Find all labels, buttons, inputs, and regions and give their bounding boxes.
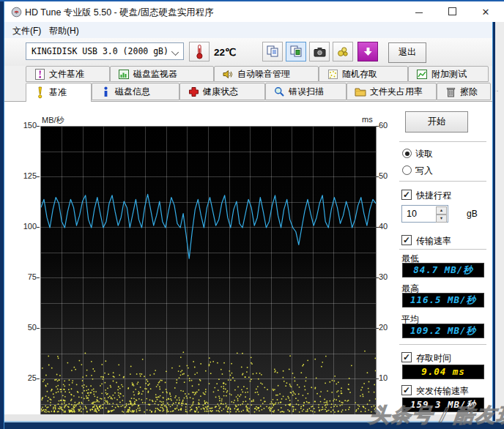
burst-rate-checkbox[interactable] [401, 385, 412, 395]
right-axis-unit: ms [362, 115, 373, 124]
tab-extra-tests[interactable]: 附加测试 [408, 66, 489, 82]
tab-erase[interactable]: 擦除 [437, 83, 491, 100]
tab-disk-monitor[interactable]: 磁盘监视器 [110, 66, 214, 82]
left-axis-unit: MB/秒 [42, 115, 64, 126]
transfer-rate-label: 传输速率 [416, 235, 451, 247]
right-axis-tick-mark [376, 378, 379, 379]
exit-button[interactable]: 退出 [388, 42, 426, 63]
right-axis-tick-mark [376, 328, 379, 329]
short-stroke-input[interactable] [402, 206, 437, 222]
screenshot-button[interactable] [309, 42, 330, 61]
close-icon: ✕ [482, 7, 490, 18]
magnifier-icon [273, 86, 285, 97]
right-axis-tick-label: 40 [379, 222, 398, 231]
left-axis-tick-label: 125 [18, 171, 37, 180]
right-axis-tick-label: 50 [379, 171, 398, 180]
info-icon [100, 86, 111, 97]
hand-icon [337, 46, 349, 58]
burst-rate-label: 突发传输速率 [416, 385, 469, 398]
radio-write-label: 写入 [415, 165, 433, 177]
divider [399, 249, 486, 250]
min-value-display: 84.7 MB/秒 [402, 263, 484, 277]
tab-strip: 文件基准 磁盘监视器 自动噪音管理 随机存取 附加测试 基准 磁盘信息 健康 [4, 66, 492, 101]
tab-folder-usage[interactable]: 文件夹占用率 [346, 83, 437, 100]
extra-tests-icon [416, 70, 428, 79]
copy-text-button[interactable] [262, 42, 283, 61]
short-stroke-checkbox[interactable] [401, 190, 412, 200]
copy-image-button[interactable] [286, 42, 306, 61]
close-button[interactable]: ✕ [475, 4, 497, 20]
tab-disk-info[interactable]: 磁盘信息 [92, 83, 179, 100]
left-axis-tick-label: 75 [18, 272, 37, 281]
update-button[interactable] [357, 42, 378, 61]
health-cross-icon [188, 86, 199, 97]
short-stroke-label: 快捷行程 [416, 190, 451, 202]
tab-random-access[interactable]: 随机存取 [319, 66, 408, 82]
window-title: HD Tune 专业版 5.50 - 硬盘/固态硬盘实用程序 [25, 7, 214, 19]
right-axis-tick-mark [376, 227, 379, 228]
donate-button[interactable] [333, 42, 353, 61]
right-axis-tick-label: 20 [379, 323, 398, 332]
right-axis-tick-mark [376, 126, 379, 127]
temperature-value: 22℃ [214, 46, 236, 58]
benchmark-icon [34, 86, 45, 99]
copy-image-icon [290, 45, 303, 58]
minimize-icon [415, 12, 423, 13]
tab-benchmark[interactable]: 基准 [26, 83, 92, 102]
thermometer-icon [196, 44, 204, 59]
speaker-icon [222, 70, 234, 79]
left-axis-tick-label: 100 [18, 222, 37, 231]
minimize-button[interactable] [408, 4, 430, 20]
trash-icon [445, 86, 456, 97]
menu-file[interactable]: 文件(F) [10, 24, 44, 38]
radio-read[interactable] [402, 149, 412, 158]
right-axis-tick-mark [376, 176, 379, 177]
left-axis-tick-label: 150 [18, 121, 37, 130]
short-stroke-spinner[interactable]: ▲ ▼ [401, 205, 448, 223]
right-axis-tick-mark [376, 277, 379, 278]
start-button[interactable]: 开始 [405, 111, 468, 133]
access-time-checkbox[interactable] [401, 352, 412, 362]
window-left-border [0, 1, 4, 429]
toolbar: KINGIDISK USB 3.0 (2000 gB) 22℃ 退出 [4, 38, 492, 67]
radio-write[interactable] [402, 165, 412, 175]
spin-down-icon[interactable]: ▼ [436, 214, 447, 223]
left-axis-tick-mark [37, 227, 40, 228]
camera-icon [314, 47, 326, 57]
watermark: 头条号 / 酷友玩 [368, 402, 504, 428]
radio-read-label: 读取 [415, 148, 433, 160]
left-axis-tick-mark [37, 126, 40, 127]
max-value-display: 116.5 MB/秒 [402, 293, 484, 307]
background-window-sliver: … [495, 22, 504, 421]
divider [399, 181, 486, 182]
app-icon [11, 7, 22, 20]
hdtune-window: HD Tune 专业版 5.50 - 硬盘/固态硬盘实用程序 ✕ 文件(F) 帮… [0, 0, 504, 429]
file-benchmark-icon [34, 69, 45, 80]
chevron-down-icon [171, 48, 179, 56]
access-time-display: 9.04 ms [402, 365, 484, 379]
right-axis-tick-label: 60 [379, 121, 398, 130]
right-axis-tick-label: 30 [379, 272, 398, 281]
chart-canvas [41, 127, 376, 415]
menu-bar: 文件(F) 帮助(H) [4, 22, 492, 39]
spin-up-icon[interactable]: ▲ [436, 206, 447, 214]
drive-selector[interactable]: KINGIDISK USB 3.0 (2000 gB) [26, 42, 184, 60]
left-axis-tick-mark [37, 378, 40, 379]
folder-icon [355, 87, 366, 97]
benchmark-chart [40, 126, 377, 416]
short-stroke-unit: gB [467, 209, 478, 219]
down-arrow-icon [363, 47, 373, 56]
maximize-icon [448, 7, 456, 15]
transfer-rate-checkbox[interactable] [401, 235, 412, 245]
tab-error-scan[interactable]: 错误扫描 [265, 83, 346, 100]
left-axis-tick-mark [37, 328, 40, 329]
maximize-button[interactable] [441, 4, 463, 20]
disk-monitor-icon [118, 70, 130, 79]
tab-file-benchmark[interactable]: 文件基准 [26, 66, 110, 82]
left-axis-tick-label: 25 [18, 373, 37, 382]
menu-help[interactable]: 帮助(H) [46, 24, 82, 38]
tab-aam[interactable]: 自动噪音管理 [214, 66, 319, 82]
temperature-button[interactable] [189, 42, 210, 61]
left-axis-tick-mark [37, 277, 40, 278]
tab-health[interactable]: 健康状态 [179, 83, 265, 100]
